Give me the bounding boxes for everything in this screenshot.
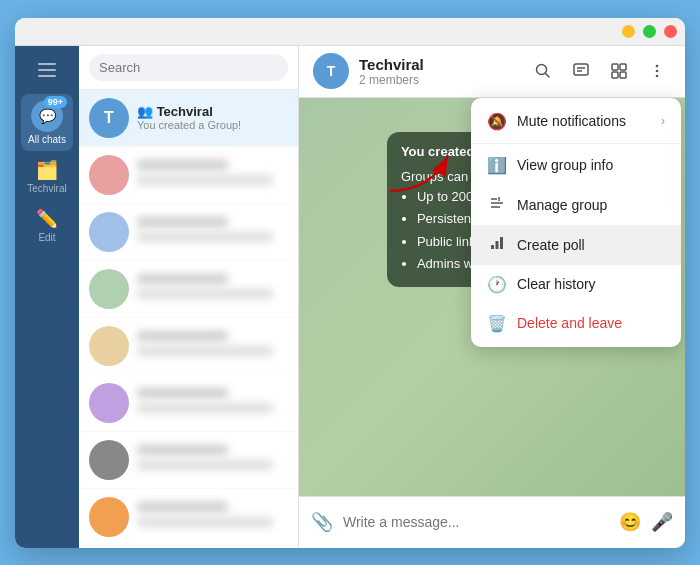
blur-name [137, 217, 228, 227]
svg-rect-7 [612, 72, 618, 78]
svg-rect-18 [500, 237, 503, 249]
title-bar [15, 18, 685, 46]
avatar [89, 155, 129, 195]
chat-info-techviral: 👥 Techviral You created a Group! [137, 104, 288, 131]
blur-preview [137, 403, 273, 413]
techviral-avatar: T [89, 98, 129, 138]
edit-nav-icon: ✏️ [36, 208, 58, 230]
blur-preview [137, 232, 273, 242]
sidebar-left: 99+ 💬 All chats 🗂️ Techviral ✏️ Edit [15, 46, 79, 548]
ctx-label-manage-group: Manage group [517, 197, 665, 213]
list-item[interactable] [79, 489, 298, 546]
blur-preview [137, 460, 273, 470]
svg-point-9 [656, 65, 659, 68]
chat-items: T 👥 Techviral You created a Group! [79, 90, 298, 548]
blur-name [137, 502, 228, 512]
ctx-item-view-group-info[interactable]: ℹ️ View group info [471, 146, 681, 185]
avatar [89, 212, 129, 252]
sidebar-item-techviral[interactable]: 🗂️ Techviral [21, 153, 73, 200]
maximize-button[interactable] [643, 25, 656, 38]
blur-content [137, 445, 288, 475]
search-bar [79, 46, 298, 90]
main-window: 99+ 💬 All chats 🗂️ Techviral ✏️ Edit [15, 18, 685, 548]
techviral-nav-icon: 🗂️ [36, 159, 58, 181]
hamburger-menu-button[interactable] [27, 54, 67, 86]
list-item[interactable] [79, 432, 298, 489]
ctx-label-delete-leave: Delete and leave [517, 315, 665, 331]
sidebar-item-edit[interactable]: ✏️ Edit [21, 202, 73, 249]
ctx-item-delete-leave[interactable]: 🗑️ Delete and leave [471, 304, 681, 343]
ctx-item-manage-group[interactable]: Manage group [471, 185, 681, 225]
chat-item-techviral[interactable]: T 👥 Techviral You created a Group! [79, 90, 298, 147]
blur-content [137, 331, 288, 361]
voice-icon[interactable]: 🎤 [651, 511, 673, 533]
ctx-label-clear-history: Clear history [517, 276, 665, 292]
blur-name [137, 160, 228, 170]
info-icon: ℹ️ [487, 156, 507, 175]
sidebar-item-all-chats[interactable]: 99+ 💬 All chats [21, 94, 73, 151]
comments-button[interactable] [567, 57, 595, 85]
chat-header-actions [529, 57, 671, 85]
svg-line-1 [546, 74, 550, 78]
chat-preview-techviral: You created a Group! [137, 119, 288, 131]
chat-name-techviral: 👥 Techviral [137, 104, 288, 119]
ctx-item-mute[interactable]: 🔕 Mute notifications › [471, 102, 681, 141]
list-item[interactable] [79, 261, 298, 318]
svg-rect-5 [612, 64, 618, 70]
blur-content [137, 388, 288, 418]
avatar [89, 383, 129, 423]
svg-rect-8 [620, 72, 626, 78]
blur-name [137, 388, 228, 398]
ctx-item-clear-history[interactable]: 🕐 Clear history [471, 265, 681, 304]
poll-icon [487, 235, 507, 255]
chat-header-subtitle: 2 members [359, 73, 529, 87]
ctx-divider [471, 143, 681, 144]
minimize-button[interactable] [622, 25, 635, 38]
blur-preview [137, 289, 273, 299]
chevron-right-icon: › [661, 114, 665, 128]
techviral-nav-label: Techviral [27, 183, 66, 194]
message-input[interactable] [343, 514, 609, 530]
chat-header-info: Techviral 2 members [359, 56, 529, 87]
svg-rect-6 [620, 64, 626, 70]
more-options-button[interactable] [643, 57, 671, 85]
blur-content [137, 217, 288, 247]
search-chat-button[interactable] [529, 57, 557, 85]
chat-main: T Techviral 2 members [299, 46, 685, 548]
blur-name [137, 331, 228, 341]
chat-input-bar: 📎 😊 🎤 [299, 496, 685, 548]
layout-button[interactable] [605, 57, 633, 85]
close-button[interactable] [664, 25, 677, 38]
avatar [89, 440, 129, 480]
blur-preview [137, 517, 273, 527]
all-chats-label: All chats [28, 134, 66, 145]
chat-header-name: Techviral [359, 56, 529, 73]
ctx-item-create-poll[interactable]: Create poll [471, 225, 681, 265]
blur-name [137, 274, 228, 284]
emoji-icon[interactable]: 😊 [619, 511, 641, 533]
trash-icon: 🗑️ [487, 314, 507, 333]
ctx-label-create-poll: Create poll [517, 237, 665, 253]
chat-list: T 👥 Techviral You created a Group! [79, 46, 299, 548]
blur-preview [137, 175, 273, 185]
blur-preview [137, 346, 273, 356]
search-input[interactable] [89, 54, 288, 81]
svg-rect-16 [491, 245, 494, 249]
window-body: 99+ 💬 All chats 🗂️ Techviral ✏️ Edit [15, 46, 685, 548]
unread-badge: 99+ [44, 96, 67, 108]
techviral-chat-name: Techviral [157, 104, 213, 119]
svg-rect-2 [574, 64, 588, 75]
svg-point-10 [656, 70, 659, 73]
blur-content [137, 160, 288, 190]
list-item[interactable] [79, 318, 298, 375]
list-item[interactable] [79, 375, 298, 432]
attachment-icon[interactable]: 📎 [311, 511, 333, 533]
blur-name [137, 445, 228, 455]
avatar [89, 497, 129, 537]
group-icon: 👥 [137, 104, 157, 119]
clock-icon: 🕐 [487, 275, 507, 294]
list-item[interactable] [79, 147, 298, 204]
list-item[interactable] [79, 204, 298, 261]
manage-icon [487, 195, 507, 215]
svg-rect-17 [496, 241, 499, 249]
